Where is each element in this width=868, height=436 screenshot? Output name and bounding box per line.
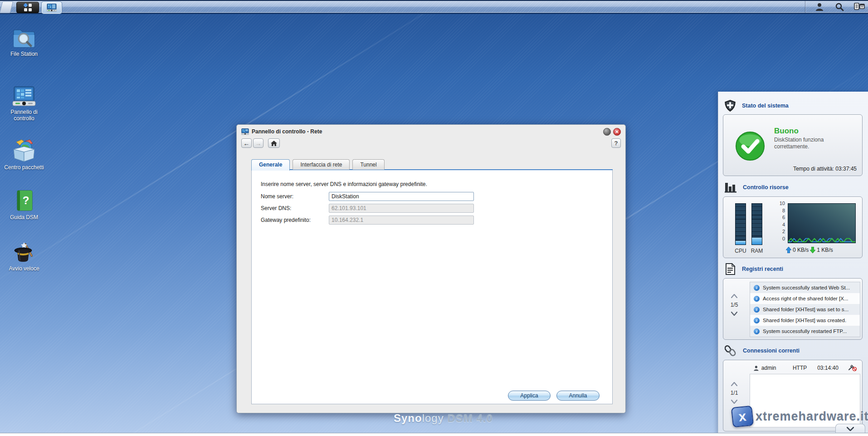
- log-text: Access right of the shared folder [X...: [763, 296, 848, 301]
- pager-up-icon[interactable]: [731, 294, 737, 298]
- desktop-icon-label: File Station: [4, 51, 44, 57]
- upload-arrow-icon: [786, 247, 791, 253]
- home-button[interactable]: [268, 138, 280, 148]
- window-title: Pannello di controllo - Rete: [252, 128, 322, 135]
- recent-logs-card: 1/5 iSystem successfully started Web St.…: [723, 278, 863, 340]
- brand-part: Syno: [394, 412, 422, 424]
- connections-pager: 1/1: [726, 382, 742, 404]
- person-icon: [815, 2, 824, 11]
- desktop-icon-label: Avvio veloce: [4, 265, 44, 272]
- connection-user: admin: [761, 365, 793, 371]
- file-station-icon: [4, 25, 44, 49]
- connection-row: admin HTTP 03:14:40: [750, 363, 860, 373]
- server-name-input[interactable]: [329, 192, 474, 201]
- cancel-button[interactable]: Annulla: [556, 391, 600, 401]
- user-menu-button[interactable]: [814, 1, 825, 12]
- search-icon: [835, 2, 844, 11]
- system-status-title: Stato del sistema: [742, 103, 789, 109]
- taskbar-texture: [0, 1, 868, 13]
- uptime-text: Tempo di attività: 03:37:45: [793, 166, 857, 172]
- pager-down-icon[interactable]: [731, 400, 737, 404]
- taskbar-separator: [805, 1, 805, 13]
- resource-monitor-card: CPU RAM 1086420 0 KB/s 1 KB/s: [723, 196, 863, 258]
- logs-page-indicator: 1/5: [731, 302, 738, 308]
- y-tick-label: 2: [777, 229, 785, 234]
- connection-time: 03:14:40: [817, 365, 848, 371]
- disconnect-icon[interactable]: [848, 365, 857, 371]
- y-tick-label: 8: [777, 208, 785, 213]
- window-titlebar[interactable]: Pannello di controllo - Rete: [241, 127, 559, 136]
- download-rate: 1 KB/s: [817, 247, 833, 253]
- logs-list: iSystem successfully started Web St... i…: [750, 282, 860, 337]
- logs-pager: 1/5: [726, 294, 742, 316]
- tab-generale[interactable]: Generale: [251, 159, 290, 171]
- desktop-icon-control-panel[interactable]: Pannello di controllo: [4, 83, 44, 122]
- minimize-button[interactable]: [603, 128, 611, 136]
- pager-down-icon[interactable]: [731, 312, 737, 316]
- quick-start-icon: [4, 240, 44, 263]
- log-row[interactable]: iShared folder [XHTest] was created.: [750, 315, 860, 326]
- status-value: Buono: [774, 127, 842, 136]
- log-text: System successfully restarted FTP...: [763, 328, 847, 334]
- window-icon: [241, 128, 249, 135]
- ram-label: RAM: [748, 248, 766, 254]
- close-button[interactable]: ✕: [613, 128, 621, 136]
- default-gateway-label: Gateway predefinito:: [261, 217, 329, 223]
- main-menu-icon: [24, 4, 32, 11]
- log-row[interactable]: iSystem successfully restarted FTP...: [750, 326, 860, 337]
- svg-text:?: ?: [23, 194, 29, 206]
- home-icon: [271, 141, 277, 146]
- help-button[interactable]: ?: [611, 138, 621, 148]
- log-text: Shared folder [XHTest] was set to s...: [763, 307, 848, 312]
- form-description: Inserire nome server, server DNS e infor…: [261, 181, 427, 187]
- bar-chart-icon: [725, 182, 736, 193]
- info-icon: i: [754, 296, 760, 302]
- link-icon: [725, 345, 736, 357]
- taskbar-item-control-panel[interactable]: [42, 2, 62, 14]
- tab-interfaccia-di-rete[interactable]: Interfaccia di rete: [293, 159, 350, 170]
- connections-title: Connessioni correnti: [743, 348, 800, 354]
- desktop-icon-package-center[interactable]: Centro pacchetti: [4, 138, 44, 171]
- control-panel-mini-icon: [47, 4, 57, 12]
- control-panel-icon: [4, 83, 44, 107]
- shield-icon: [725, 100, 736, 112]
- desktop-icon-label: Guida DSM: [4, 214, 44, 220]
- search-button[interactable]: [834, 1, 845, 12]
- brand-part: logy: [422, 412, 444, 424]
- desktop-icon-dsm-help[interactable]: ? Guida DSM: [4, 188, 44, 220]
- pager-up-icon[interactable]: [731, 382, 737, 386]
- connections-list-area: [750, 374, 860, 427]
- desktop-icon-quick-start[interactable]: Avvio veloce: [4, 240, 44, 272]
- control-panel-network-window: Pannello di controllo - Rete ✕ ← → ? Gen…: [236, 124, 626, 413]
- upload-rate: 0 KB/s: [793, 247, 809, 253]
- widgets-sidebar: Stato del sistema Buono DiskStation funz…: [718, 92, 868, 436]
- desktop-icon-file-station[interactable]: File Station: [4, 25, 44, 57]
- info-icon: i: [754, 328, 760, 334]
- status-description: DiskStation funziona correttamente.: [774, 137, 842, 150]
- log-text: Shared folder [XHTest] was created.: [763, 318, 846, 323]
- network-legend: 0 KB/s 1 KB/s: [786, 247, 833, 253]
- log-text: System successfully started Web St...: [763, 285, 850, 290]
- cpu-bar-fill: [736, 241, 746, 245]
- apply-button[interactable]: Applica: [508, 391, 551, 401]
- y-tick-label: 10: [777, 201, 785, 206]
- form-row-dns-server: Server DNS:: [261, 204, 474, 213]
- info-icon: i: [754, 318, 760, 323]
- default-gateway-input: [329, 216, 474, 225]
- log-row[interactable]: iSystem successfully started Web St...: [750, 282, 860, 293]
- dsm-help-icon: ?: [4, 188, 44, 212]
- dns-server-label: Server DNS:: [261, 205, 329, 211]
- log-row[interactable]: iShared folder [XHTest] was set to s...: [750, 304, 860, 315]
- main-menu-button[interactable]: [16, 2, 39, 13]
- sidebar-collapse-button[interactable]: [835, 424, 865, 434]
- back-button[interactable]: ←: [241, 138, 252, 148]
- forward-button[interactable]: →: [253, 138, 263, 148]
- tab-tunnel[interactable]: Tunnel: [352, 159, 384, 170]
- resource-monitor-header: Controllo risorse: [725, 181, 789, 193]
- log-row[interactable]: iAccess right of the shared folder [X...: [750, 293, 860, 304]
- system-status-card: Buono DiskStation funziona correttamente…: [723, 114, 863, 176]
- top-taskbar: [0, 0, 868, 14]
- bottom-edge: [0, 433, 868, 436]
- y-tick-label: 4: [777, 222, 785, 227]
- pilot-view-button[interactable]: [853, 1, 865, 12]
